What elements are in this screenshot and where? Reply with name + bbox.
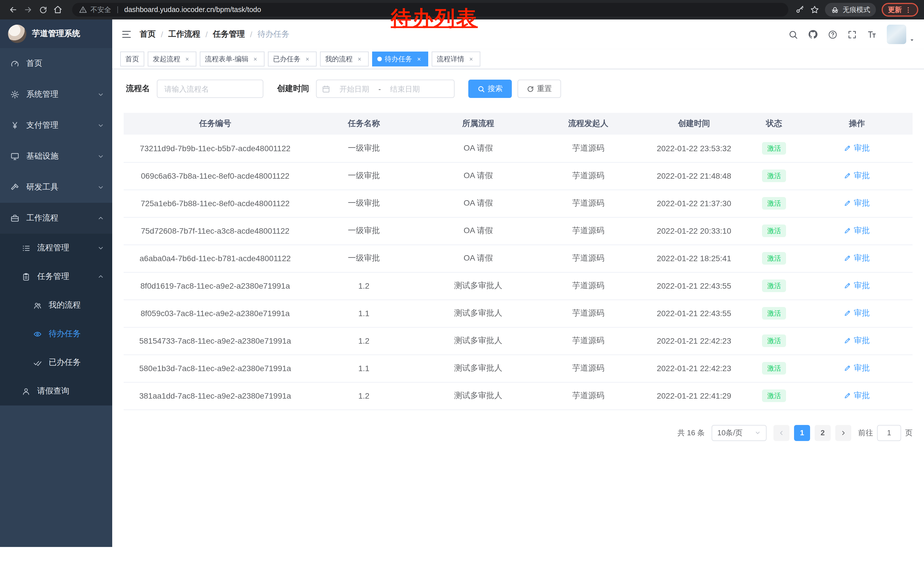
approve-link[interactable]: 审批 [844, 308, 870, 318]
table-row: 069c6a63-7b8a-11ec-8ef0-acde48001122 一级审… [124, 162, 912, 189]
sidebar-item-infrastructure[interactable]: 基础设施 [0, 141, 112, 172]
tab-home[interactable]: 首页 [120, 51, 144, 66]
page-size-select[interactable]: 10条/页 [712, 425, 766, 441]
todo-table: 任务编号 任务名称 所属流程 流程发起人 创建时间 状态 操作 73211d9d… [124, 113, 912, 410]
close-icon[interactable]: × [251, 55, 260, 63]
edit-icon [844, 337, 852, 344]
user-avatar[interactable] [887, 25, 906, 44]
status-badge: 激活 [762, 142, 786, 155]
cell-task-name: 1.1 [307, 354, 421, 382]
breadcrumb-home[interactable]: 首页 [140, 29, 156, 39]
column-header-status: 状态 [747, 113, 801, 135]
sidebar-item-todo-tasks[interactable]: 待办任务 [0, 320, 112, 348]
approve-link[interactable]: 审批 [844, 336, 870, 346]
sidebar-item-task-management[interactable]: 任务管理 [0, 262, 112, 291]
tab-todo-tasks[interactable]: 待办任务× [372, 51, 428, 66]
tab-start-process[interactable]: 发起流程× [148, 51, 196, 66]
sidebar-item-home[interactable]: 首页 [0, 48, 112, 79]
page-content: 流程名 创建时间 - 搜索 重置 [112, 69, 924, 563]
password-key-icon[interactable] [795, 5, 804, 14]
tab-label: 流程详情 [437, 54, 464, 64]
column-header-task-name: 任务名称 [307, 113, 421, 135]
close-icon[interactable]: × [303, 55, 311, 63]
close-icon[interactable]: × [415, 55, 423, 63]
sidebar-item-payment[interactable]: 支付管理 [0, 110, 112, 141]
end-date-input[interactable] [383, 84, 427, 93]
close-icon[interactable]: × [183, 55, 191, 63]
cell-task-name: 一级审批 [307, 217, 421, 245]
refresh-button[interactable] [36, 2, 50, 17]
approve-link[interactable]: 审批 [844, 363, 870, 374]
cell-task-name: 一级审批 [307, 162, 421, 189]
tab-label: 已办任务 [273, 54, 300, 64]
user-menu[interactable] [887, 25, 915, 44]
sidebar-collapse-button[interactable] [122, 29, 132, 39]
tab-done-tasks[interactable]: 已办任务× [268, 51, 316, 66]
start-date-input[interactable] [333, 84, 376, 93]
home-button[interactable] [50, 2, 65, 17]
page-size-value: 10条/页 [717, 428, 742, 438]
tab-label: 待办任务 [385, 54, 412, 64]
cell-initiator: 芋道源码 [536, 327, 641, 354]
range-separator: - [378, 84, 381, 93]
bookmark-star-icon[interactable] [810, 5, 819, 14]
column-header-initiator: 流程发起人 [536, 113, 641, 135]
forward-icon [24, 5, 33, 14]
back-button[interactable] [6, 2, 21, 17]
font-size-icon[interactable] [867, 29, 877, 39]
approve-link[interactable]: 审批 [844, 198, 870, 209]
fullscreen-icon[interactable] [847, 30, 857, 39]
page-button-2[interactable]: 2 [814, 425, 831, 441]
browser-update-button[interactable]: 更新 [882, 3, 918, 17]
approve-link[interactable]: 审批 [844, 390, 870, 401]
chevron-right-icon [840, 429, 847, 436]
chevron-down-icon [98, 184, 104, 191]
search-icon[interactable] [788, 30, 798, 39]
help-icon[interactable] [828, 30, 837, 39]
close-icon[interactable]: × [356, 55, 363, 63]
approve-link[interactable]: 审批 [844, 171, 870, 181]
date-range-picker[interactable]: - [316, 80, 454, 98]
pagination-total: 共 16 条 [678, 428, 705, 438]
cell-task-id: 381aa1dd-7ac8-11ec-a9e2-a2380e71991a [124, 382, 307, 410]
process-name-input[interactable] [157, 80, 263, 98]
incognito-badge: 无痕模式 [825, 3, 876, 17]
sidebar-item-workflow[interactable]: 工作流程 [0, 203, 112, 234]
sidebar-item-label: 工作流程 [26, 213, 90, 224]
breadcrumb-workflow[interactable]: 工作流程 [168, 29, 200, 39]
tab-process-detail[interactable]: 流程详情× [432, 51, 480, 66]
eye-icon [33, 330, 42, 338]
breadcrumb-separator: / [206, 30, 208, 39]
back-icon [9, 5, 18, 14]
page-button-1[interactable]: 1 [794, 425, 810, 441]
prev-page-button[interactable] [773, 425, 789, 441]
approve-link[interactable]: 审批 [844, 226, 870, 236]
tab-process-form-edit[interactable]: 流程表单-编辑× [200, 51, 264, 66]
menu-dots-icon[interactable] [904, 6, 912, 14]
sidebar-item-system[interactable]: 系统管理 [0, 79, 112, 110]
table-row: 580e1b3d-7ac8-11ec-a9e2-a2380e71991a 1.1… [124, 354, 912, 382]
approve-link[interactable]: 审批 [844, 281, 870, 291]
reset-button-label: 重置 [537, 84, 552, 94]
cell-initiator: 芋道源码 [536, 272, 641, 300]
sidebar-item-my-process[interactable]: 我的流程 [0, 291, 112, 320]
sidebar-item-process-management[interactable]: 流程管理 [0, 234, 112, 262]
next-page-button[interactable] [835, 425, 851, 441]
cell-process: OA 请假 [421, 189, 536, 217]
approve-link[interactable]: 审批 [844, 253, 870, 263]
sidebar-item-done-tasks[interactable]: 已办任务 [0, 348, 112, 377]
approve-link[interactable]: 审批 [844, 143, 870, 153]
github-icon[interactable] [808, 29, 818, 39]
chevron-down-icon [98, 153, 104, 160]
reset-button[interactable]: 重置 [518, 80, 561, 98]
goto-page-input[interactable] [877, 425, 901, 441]
search-button[interactable]: 搜索 [468, 80, 512, 98]
forward-button[interactable] [21, 2, 36, 17]
tab-my-process[interactable]: 我的流程× [320, 51, 369, 66]
close-icon[interactable]: × [467, 55, 475, 63]
breadcrumb-task-management[interactable]: 任务管理 [213, 29, 245, 39]
caret-down-icon [909, 37, 915, 44]
sidebar-item-devtools[interactable]: 研发工具 [0, 172, 112, 203]
approve-link-label: 审批 [854, 171, 870, 181]
sidebar-item-leave-query[interactable]: 请假查询 [0, 377, 112, 405]
